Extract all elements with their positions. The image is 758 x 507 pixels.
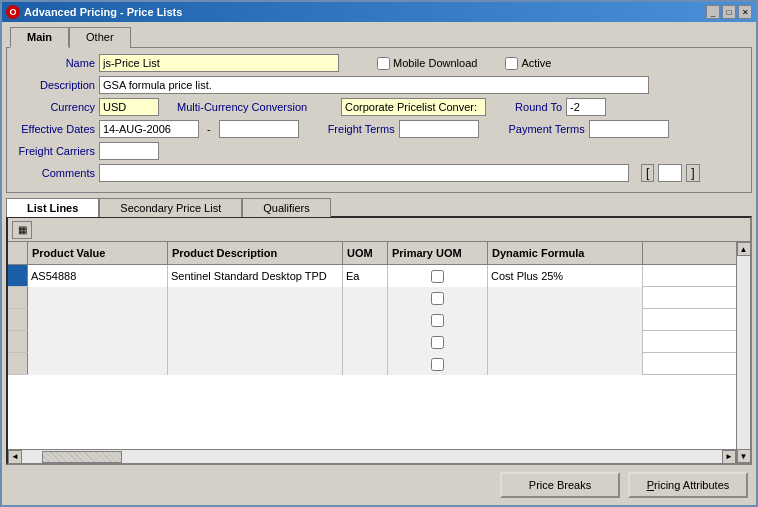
comments-collapse-btn[interactable]: ] <box>686 164 699 182</box>
comments-input[interactable] <box>99 164 629 182</box>
tab-secondary-price[interactable]: Secondary Price List <box>99 198 242 217</box>
col-select-header <box>8 242 28 264</box>
hscroll-track[interactable] <box>22 450 722 464</box>
form-row-currency: Currency Multi-Currency Conversion Round… <box>15 98 743 116</box>
tab-other[interactable]: Other <box>69 27 131 48</box>
multi-currency-input[interactable] <box>341 98 486 116</box>
comments-expand-btn[interactable]: [ <box>641 164 654 182</box>
cell-primary-uom[interactable] <box>388 353 488 375</box>
cell-dynamic-formula[interactable]: Cost Plus 25% <box>488 265 643 287</box>
main-window: O Advanced Pricing - Price Lists _ □ ✕ M… <box>0 0 758 507</box>
effective-dates-to-input[interactable] <box>219 120 299 138</box>
cell-product-desc[interactable] <box>168 309 343 331</box>
freight-carriers-input[interactable] <box>99 142 159 160</box>
main-tab-bar: Main Other <box>2 22 756 47</box>
row-indicator <box>8 287 28 308</box>
col-header-primary-uom: Primary UOM <box>388 242 488 264</box>
col-header-dynamic-formula: Dynamic Formula <box>488 242 643 264</box>
tab-main[interactable]: Main <box>10 27 69 48</box>
mobile-download-checkbox[interactable] <box>377 57 390 70</box>
hscroll-right-button[interactable]: ► <box>722 450 736 464</box>
comments-extra-input[interactable] <box>658 164 682 182</box>
currency-label: Currency <box>15 101 95 113</box>
mobile-download-label: Mobile Download <box>377 57 477 70</box>
payment-terms-label: Payment Terms <box>495 123 585 135</box>
currency-input[interactable] <box>99 98 159 116</box>
table-row[interactable] <box>8 331 736 353</box>
form-row-freight: Freight Carriers <box>15 142 743 160</box>
hscroll-left-button[interactable]: ◄ <box>8 450 22 464</box>
table-row[interactable] <box>8 353 736 375</box>
cell-primary-uom[interactable] <box>388 309 488 331</box>
cell-uom[interactable] <box>343 287 388 309</box>
round-to-input[interactable] <box>566 98 606 116</box>
col-header-product-value: Product Value <box>28 242 168 264</box>
description-label: Description <box>15 79 95 91</box>
row-indicator <box>8 353 28 374</box>
cell-product-value[interactable] <box>28 309 168 331</box>
description-input[interactable] <box>99 76 649 94</box>
primary-uom-checkbox[interactable] <box>431 336 444 349</box>
cell-uom[interactable] <box>343 353 388 375</box>
active-label: Active <box>505 57 551 70</box>
table-row[interactable]: AS54888 Sentinel Standard Desktop TPD Ea <box>8 265 736 287</box>
app-icon: O <box>6 5 20 19</box>
effective-dates-label: Effective Dates <box>15 123 95 135</box>
primary-uom-checkbox[interactable] <box>431 358 444 371</box>
cell-dynamic-formula[interactable] <box>488 287 643 309</box>
vscroll-down-button[interactable]: ▼ <box>737 449 751 463</box>
cell-product-value[interactable] <box>28 353 168 375</box>
arrow-down-icon: ▼ <box>740 452 748 461</box>
form-row-description: Description <box>15 76 743 94</box>
active-text: Active <box>521 57 551 69</box>
cell-product-value[interactable] <box>28 287 168 309</box>
cell-dynamic-formula[interactable] <box>488 331 643 353</box>
cell-uom[interactable] <box>343 309 388 331</box>
primary-uom-checkbox[interactable] <box>431 292 444 305</box>
cell-product-desc[interactable]: Sentinel Standard Desktop TPD <box>168 265 343 287</box>
cell-primary-uom[interactable] <box>388 287 488 309</box>
maximize-button[interactable]: □ <box>722 5 736 19</box>
primary-uom-checkbox[interactable] <box>431 314 444 327</box>
horizontal-scrollbar: ◄ ► <box>8 449 736 463</box>
active-checkbox[interactable] <box>505 57 518 70</box>
form-row-dates: Effective Dates - Freight Terms Payment … <box>15 120 743 138</box>
cell-product-desc[interactable] <box>168 353 343 375</box>
cell-primary-uom[interactable] <box>388 331 488 353</box>
table-body: AS54888 Sentinel Standard Desktop TPD Ea <box>8 265 736 449</box>
row-indicator <box>8 331 28 352</box>
title-bar-left: O Advanced Pricing - Price Lists <box>6 5 182 19</box>
name-input[interactable] <box>99 54 339 72</box>
spreadsheet-button[interactable]: ▦ <box>12 221 32 239</box>
cell-dynamic-formula[interactable] <box>488 309 643 331</box>
cell-product-desc[interactable] <box>168 287 343 309</box>
cell-uom[interactable]: Ea <box>343 265 388 287</box>
primary-uom-checkbox[interactable] <box>431 270 444 283</box>
tab-qualifiers[interactable]: Qualifiers <box>242 198 330 217</box>
vscroll-up-button[interactable]: ▲ <box>737 242 751 256</box>
cell-product-desc[interactable] <box>168 331 343 353</box>
col-header-uom: UOM <box>343 242 388 264</box>
vscroll-track[interactable] <box>737 256 751 449</box>
round-to-label: Round To <box>502 101 562 113</box>
hscroll-thumb[interactable] <box>42 451 122 463</box>
table-row[interactable] <box>8 309 736 331</box>
tab-list-lines[interactable]: List Lines <box>6 198 99 217</box>
cell-uom[interactable] <box>343 331 388 353</box>
form-area: Name Mobile Download Active Description … <box>6 47 752 193</box>
title-controls: _ □ ✕ <box>706 5 752 19</box>
price-breaks-button[interactable]: Price Breaks <box>500 472 620 498</box>
cell-product-value[interactable]: AS54888 <box>28 265 168 287</box>
minimize-button[interactable]: _ <box>706 5 720 19</box>
cell-dynamic-formula[interactable] <box>488 353 643 375</box>
list-area: ▦ Product Value Product Description UOM <box>6 216 752 465</box>
cell-product-value[interactable] <box>28 331 168 353</box>
payment-terms-input[interactable] <box>589 120 669 138</box>
pricing-attributes-button[interactable]: Pricing Attributes <box>628 472 748 498</box>
effective-dates-from-input[interactable] <box>99 120 199 138</box>
arrow-left-icon: ◄ <box>11 452 19 461</box>
close-button[interactable]: ✕ <box>738 5 752 19</box>
freight-terms-input[interactable] <box>399 120 479 138</box>
table-row[interactable] <box>8 287 736 309</box>
cell-primary-uom[interactable] <box>388 265 488 287</box>
